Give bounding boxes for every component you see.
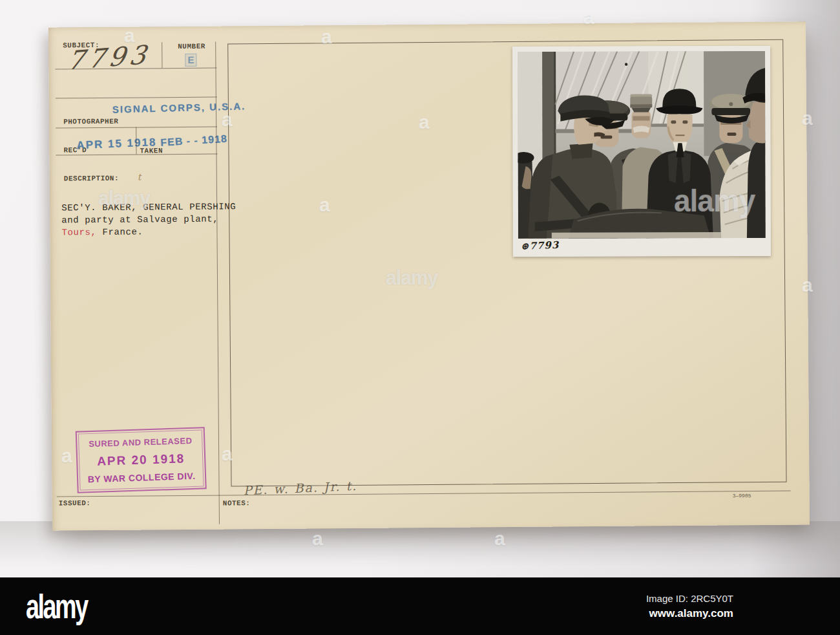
description-line-3: Tours, France. bbox=[61, 225, 236, 239]
number-label: NUMBER bbox=[178, 43, 205, 50]
description-line-1: SEC'Y. BAKER, GENERAL PERSHING bbox=[61, 200, 236, 214]
subject-number-handwritten: 7793 bbox=[65, 39, 151, 76]
description-text: SEC'Y. BAKER, GENERAL PERSHING and party… bbox=[61, 200, 236, 239]
notes-label: NOTES: bbox=[223, 499, 251, 507]
description-country: France. bbox=[96, 226, 143, 237]
rule-line bbox=[57, 491, 791, 497]
release-stamp-line-1: SURED AND RELEASED bbox=[89, 436, 193, 449]
taken-date-stamp: FEB - - 1918 bbox=[160, 133, 227, 149]
rule-line bbox=[136, 127, 136, 155]
photograph-print: ⊛7793 bbox=[512, 46, 771, 257]
rule-line bbox=[56, 97, 217, 99]
footer-meta: Image ID: 2RC5Y0T www.alamy.com bbox=[646, 593, 733, 620]
pencil-check-mark: t bbox=[138, 171, 142, 182]
release-stamp-date: APR 20 1918 bbox=[97, 451, 185, 468]
description-line-2: and party at Salvage plant, bbox=[61, 213, 236, 226]
description-label: DESCRIPTION: bbox=[64, 175, 119, 183]
alamy-website-text: www.alamy.com bbox=[646, 607, 733, 620]
rule-line bbox=[162, 42, 162, 68]
rule-line bbox=[215, 42, 220, 524]
image-id-text: Image ID: 2RC5Y0T bbox=[646, 593, 733, 604]
release-stamp-inner-border: SURED AND RELEASED APR 20 1918 BY WAR CO… bbox=[78, 429, 204, 490]
photo-caption-number: ⊛7793 bbox=[521, 239, 560, 252]
number-stamp: E bbox=[185, 54, 196, 67]
signal-corps-index-card: SUBJECT: 7793 NUMBER E SIGNAL CORPS, U.S… bbox=[48, 21, 810, 530]
description-city-red: Tours, bbox=[61, 227, 96, 237]
footer-bar: alamy Image ID: 2RC5Y0T www.alamy.com bbox=[0, 577, 840, 635]
photo-scene bbox=[513, 51, 766, 239]
photographer-stamp: SIGNAL CORPS, U.S.A. bbox=[112, 100, 246, 114]
photographer-label: PHOTOGRAPHER bbox=[63, 118, 118, 126]
archival-photo-card-page: SUBJECT: 7793 NUMBER E SIGNAL CORPS, U.S… bbox=[0, 0, 840, 635]
alamy-logo: alamy bbox=[26, 587, 87, 625]
salvage-plant-photo-illustration bbox=[512, 46, 771, 257]
war-college-release-stamp: SURED AND RELEASED APR 20 1918 BY WAR CO… bbox=[76, 427, 207, 493]
release-stamp-line-3: BY WAR COLLEGE DIV. bbox=[88, 471, 196, 484]
form-number: 3—9905 bbox=[733, 493, 751, 499]
issued-label: ISSUED: bbox=[59, 499, 91, 507]
